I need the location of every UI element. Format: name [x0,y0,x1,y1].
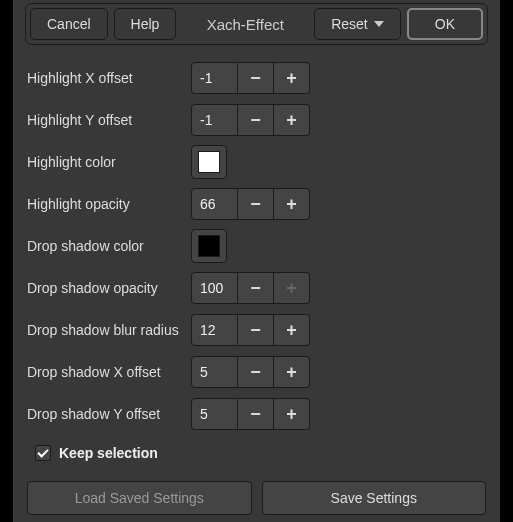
highlight-opacity-input[interactable] [191,188,238,220]
highlight-opacity-spinner: − + [191,188,310,220]
minus-icon[interactable]: − [238,62,274,94]
label: Highlight opacity [27,196,191,212]
color-swatch [198,151,220,173]
highlight-y-spinner: − + [191,104,310,136]
row-highlight-color: Highlight color [27,145,486,179]
shadow-blur-input[interactable] [191,314,238,346]
row-highlight-y: Highlight Y offset − + [27,103,486,137]
plus-icon: + [274,272,310,304]
row-highlight-x: Highlight X offset − + [27,61,486,95]
minus-icon[interactable]: − [238,356,274,388]
minus-icon[interactable]: − [238,398,274,430]
label: Drop shadow Y offset [27,406,191,422]
cancel-button[interactable]: Cancel [30,8,108,40]
label: Drop shadow X offset [27,364,191,380]
shadow-y-spinner: − + [191,398,310,430]
plus-icon[interactable]: + [274,104,310,136]
label: Drop shadow blur radius [27,322,191,338]
plus-icon[interactable]: + [274,188,310,220]
keep-selection-label: Keep selection [59,445,158,461]
row-shadow-color: Drop shadow color [27,229,486,263]
row-shadow-blur: Drop shadow blur radius − + [27,313,486,347]
shadow-x-spinner: − + [191,356,310,388]
ok-button[interactable]: OK [407,8,483,40]
dialog-toolbar: Cancel Help Xach-Effect Reset OK [25,3,488,45]
label: Drop shadow color [27,238,191,254]
shadow-x-input[interactable] [191,356,238,388]
row-shadow-opacity: Drop shadow opacity − + [27,271,486,305]
shadow-opacity-spinner: − + [191,272,310,304]
minus-icon[interactable]: − [238,188,274,220]
shadow-blur-spinner: − + [191,314,310,346]
keep-selection-row[interactable]: Keep selection [27,445,486,461]
shadow-opacity-input[interactable] [191,272,238,304]
plus-icon[interactable]: + [274,356,310,388]
minus-icon[interactable]: − [238,272,274,304]
plus-icon[interactable]: + [274,62,310,94]
row-shadow-y: Drop shadow Y offset − + [27,397,486,431]
dialog-title: Xach-Effect [182,16,308,33]
reset-button[interactable]: Reset [314,8,401,40]
highlight-y-input[interactable] [191,104,238,136]
minus-icon[interactable]: − [238,314,274,346]
highlight-x-input[interactable] [191,62,238,94]
xach-effect-dialog: Cancel Help Xach-Effect Reset OK Highlig… [13,0,500,522]
label: Drop shadow opacity [27,280,191,296]
label: Highlight color [27,154,191,170]
highlight-color-button[interactable] [191,145,227,179]
label: Highlight Y offset [27,112,191,128]
shadow-y-input[interactable] [191,398,238,430]
chevron-down-icon [374,21,384,27]
keep-selection-checkbox[interactable] [35,445,51,461]
color-swatch [198,235,220,257]
check-icon [37,446,48,457]
load-settings-button[interactable]: Load Saved Settings [27,481,252,515]
row-highlight-opacity: Highlight opacity − + [27,187,486,221]
footer: Load Saved Settings Save Settings [27,481,486,515]
plus-icon[interactable]: + [274,314,310,346]
highlight-x-spinner: − + [191,62,310,94]
save-settings-button[interactable]: Save Settings [262,481,487,515]
reset-label: Reset [331,16,368,32]
row-shadow-x: Drop shadow X offset − + [27,355,486,389]
plus-icon[interactable]: + [274,398,310,430]
shadow-color-button[interactable] [191,229,227,263]
help-button[interactable]: Help [114,8,177,40]
label: Highlight X offset [27,70,191,86]
minus-icon[interactable]: − [238,104,274,136]
form: Highlight X offset − + Highlight Y offse… [25,61,488,515]
